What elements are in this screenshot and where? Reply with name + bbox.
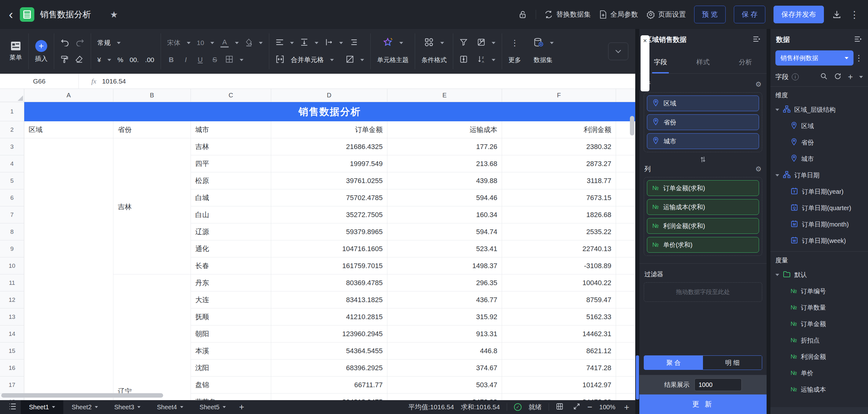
percent-format-button[interactable]: % (118, 56, 123, 64)
cell-province-merged[interactable] (113, 155, 191, 172)
document-title[interactable]: 销售数据分析 (40, 9, 91, 20)
cell-province-merged[interactable] (113, 325, 191, 343)
chevron-down-icon[interactable] (259, 42, 263, 44)
tree-item-订单编号[interactable]: №订单编号 (770, 283, 868, 299)
cell-order-amount[interactable]: 19997.549 (271, 155, 388, 172)
row-header-4[interactable]: 4 (0, 155, 24, 172)
tree-item-订单数量[interactable]: №订单数量 (770, 299, 868, 316)
cell-region-merged[interactable] (24, 240, 113, 258)
indent-button[interactable] (349, 39, 358, 47)
cell-shipping-cost[interactable]: 374.67 (388, 359, 502, 377)
header-cell-profit[interactable]: 利润金额 (502, 121, 616, 138)
header-cell-city[interactable]: 城市 (191, 121, 271, 138)
panel-collapse-icon[interactable] (854, 36, 862, 44)
vertical-align-button[interactable] (300, 38, 308, 47)
cell-order-amount[interactable]: 75702.4785 (271, 189, 388, 206)
format-painter-icon[interactable] (60, 55, 69, 65)
merge-cells-button[interactable]: 合并单元格 (291, 55, 324, 64)
cell-city[interactable]: 松原 (191, 172, 271, 189)
cell-order-amount[interactable]: 83413.1825 (271, 291, 388, 308)
cell-province-merged[interactable] (113, 258, 191, 274)
zoom-out-button[interactable]: − (587, 402, 592, 412)
underline-button[interactable]: U (196, 56, 205, 64)
cell-shipping-cost[interactable]: 439.88 (388, 172, 502, 189)
tree-item-订单日期(week)[interactable]: W订单日期(week) (770, 233, 868, 249)
add-sheet-button[interactable]: + (239, 402, 244, 412)
toolbar-collapse-button[interactable] (608, 42, 628, 60)
chevron-down-icon[interactable] (492, 59, 495, 61)
freeze-panes-icon[interactable] (477, 38, 485, 48)
row-header-10[interactable]: 10 (0, 258, 24, 274)
cell-shipping-cost[interactable]: 523.41 (388, 240, 502, 258)
fullscreen-icon[interactable] (573, 403, 581, 412)
tree-item-利润金额[interactable]: №利润金额 (770, 349, 868, 365)
rows-dropzone[interactable]: 区域省份城市 (644, 92, 762, 152)
cell-province-merged[interactable] (113, 224, 191, 240)
cell-city[interactable]: 沈阳 (191, 359, 271, 377)
cell-order-amount[interactable]: 39761.0255 (271, 172, 388, 189)
cell-sliver[interactable] (616, 308, 635, 325)
detail-mode-button[interactable]: 明 细 (703, 356, 762, 369)
zoom-in-button[interactable]: ＋ (622, 402, 631, 413)
caret-down-icon[interactable] (775, 174, 779, 176)
sheet-tab-Sheet2[interactable]: Sheet2 (63, 400, 106, 414)
more-tools-button[interactable]: 更多 (508, 56, 521, 64)
cell-theme-button[interactable]: 单元格主题 (377, 56, 408, 64)
cell-shipping-cost[interactable]: 213.68 (388, 155, 502, 172)
cell-sliver[interactable] (616, 274, 635, 291)
row-field-pill[interactable]: 省份 (647, 114, 759, 130)
global-params-button[interactable]: 全局参数 (599, 10, 638, 19)
italic-button[interactable]: I (182, 56, 190, 64)
cell-shipping-cost[interactable]: 1498.37 (388, 258, 502, 274)
cell-profit[interactable]: -3108.89 (502, 258, 616, 274)
cell-city[interactable]: 长春 (191, 258, 271, 274)
row-header-8[interactable]: 8 (0, 224, 24, 240)
add-field-icon[interactable]: + (848, 73, 853, 81)
save-publish-button[interactable]: 保存并发布 (774, 6, 824, 23)
cell-sliver[interactable] (616, 325, 635, 343)
cell-profit[interactable]: 10142.97 (502, 377, 616, 393)
chevron-down-icon[interactable] (180, 406, 183, 408)
cell-region-merged[interactable] (24, 155, 113, 172)
cell-profit[interactable]: 2380.32 (502, 138, 616, 155)
cell-city[interactable]: 大连 (191, 291, 271, 308)
font-family-select[interactable]: 宋体 (167, 38, 181, 47)
download-icon[interactable] (832, 10, 841, 19)
row-header-3[interactable]: 3 (0, 138, 24, 155)
cell-province-merged[interactable] (113, 291, 191, 308)
column-header-F[interactable]: F (502, 89, 616, 102)
row-header-12[interactable]: 12 (0, 291, 24, 308)
cell-profit[interactable]: 34473.09 (502, 393, 616, 400)
dataset-more-icon[interactable]: ⋮ (855, 53, 863, 63)
cell-region-merged[interactable] (24, 308, 113, 325)
swap-fields-icon[interactable] (639, 152, 767, 164)
cell-profit[interactable]: 2535.22 (502, 224, 616, 240)
cell-order-amount[interactable]: 123960.2945 (271, 325, 388, 343)
tree-item-订单日期(year)[interactable]: Y订单日期(year) (770, 183, 868, 200)
cell-region-merged[interactable] (24, 206, 113, 224)
replace-dataset-button[interactable]: 替换数据集 (544, 10, 591, 19)
row-header-2[interactable]: 2 (0, 121, 24, 138)
cell-order-amount[interactable]: 35272.7505 (271, 206, 388, 224)
page-settings-button[interactable]: 页面设置 (646, 10, 686, 19)
row-field-pill[interactable]: 城市 (647, 133, 759, 149)
cell-region-merged[interactable] (24, 291, 113, 308)
cell-order-amount[interactable]: 54364.5455 (271, 343, 388, 359)
back-icon[interactable]: ‹ (9, 8, 13, 21)
cell-order-amount[interactable]: 104716.1605 (271, 240, 388, 258)
cell-city[interactable]: 本溪 (191, 343, 271, 359)
fill-color-button[interactable] (245, 38, 253, 48)
header-cell-region[interactable]: 区域 (24, 121, 113, 138)
cell-city[interactable]: 吉林 (191, 138, 271, 155)
row-header-14[interactable]: 14 (0, 325, 24, 343)
number-format-select[interactable]: 常规 (97, 38, 111, 47)
cell-shipping-cost[interactable]: 296.35 (388, 274, 502, 291)
column-header-B[interactable]: B (113, 89, 191, 102)
tree-group-订单日期[interactable]: 订单日期 (770, 167, 868, 183)
cell-region-merged[interactable] (24, 189, 113, 206)
cell-province-merged[interactable] (113, 240, 191, 258)
sheet-tab-Sheet3[interactable]: Sheet3 (106, 400, 149, 414)
chevron-down-icon[interactable] (330, 59, 334, 61)
cell-profit[interactable]: 8621.12 (502, 343, 616, 359)
sheet-title-banner[interactable]: 销售数据分析 (24, 102, 635, 121)
